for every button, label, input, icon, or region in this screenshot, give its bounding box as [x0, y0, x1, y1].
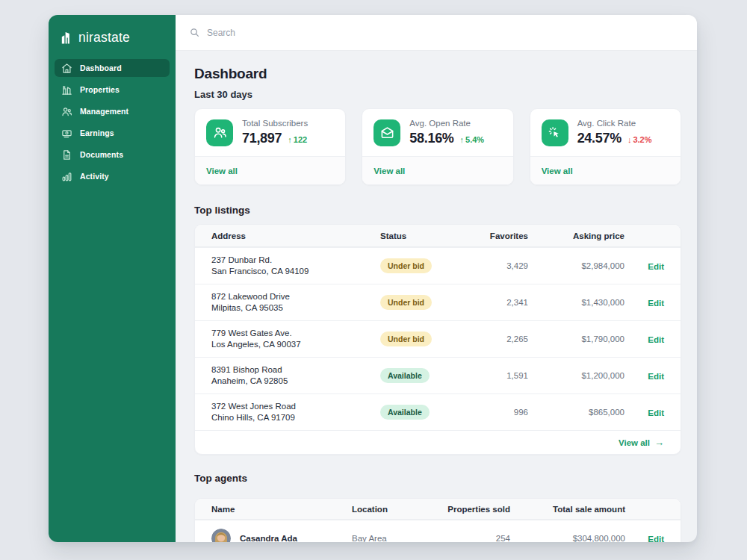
stat-value: 58.16%: [409, 131, 453, 146]
listings-header-row: Address Status Favorites Asking price: [195, 225, 681, 247]
sidebar-item-label: Management: [80, 107, 128, 116]
page-title: Dashboard: [194, 66, 681, 82]
sidebar-item-earnings[interactable]: Earnings: [55, 124, 170, 142]
edit-link[interactable]: Edit: [648, 408, 664, 417]
col-favorites: Favorites: [470, 231, 528, 240]
table-row: 8391 Bishop RoadAnaheim, CA 92805 Availa…: [195, 357, 681, 393]
agent-total-sale: $304,800,000: [510, 534, 625, 543]
col-total-sale-amount: Total sale amount: [510, 505, 625, 514]
building-icon: [61, 84, 72, 96]
stat-card-subscribers: Total Subscribers 71,897 ↑122 View all: [194, 108, 346, 185]
edit-link[interactable]: Edit: [648, 535, 664, 543]
view-all-link[interactable]: View all: [542, 167, 573, 175]
col-location: Location: [352, 505, 434, 514]
view-all-link[interactable]: View all: [374, 167, 405, 175]
col-address: Address: [211, 231, 380, 240]
logo: nirastate: [49, 15, 176, 49]
col-asking-price: Asking price: [528, 231, 624, 240]
stat-delta: ↑5.4%: [460, 135, 485, 144]
stat-label: Avg. Open Rate: [409, 119, 484, 128]
status-badge: Under bid: [380, 295, 432, 310]
edit-link[interactable]: Edit: [648, 262, 664, 271]
stat-label: Total Subscribers: [242, 119, 308, 128]
agents-header-row: Name Location Properties sold Total sale…: [195, 499, 681, 520]
sidebar-item-dashboard[interactable]: Dashboard: [55, 59, 170, 77]
col-status: Status: [380, 231, 470, 240]
stat-label: Avg. Click Rate: [577, 119, 652, 128]
search-input[interactable]: [207, 28, 684, 38]
sidebar-item-activity[interactable]: Activity: [55, 167, 170, 185]
banknote-icon: [61, 128, 72, 139]
buildings-logo-icon: [58, 30, 74, 46]
app-window: nirastate Dashboard Properties Managemen…: [49, 15, 697, 542]
col-properties-sold: Properties sold: [434, 505, 510, 514]
top-agents-table: Name Location Properties sold Total sale…: [194, 498, 681, 542]
sidebar-item-documents[interactable]: Documents: [55, 146, 170, 164]
sidebar-item-label: Dashboard: [80, 63, 122, 72]
sidebar: nirastate Dashboard Properties Managemen…: [49, 15, 176, 542]
table-row: 372 West Jones RoadChino Hills, CA 91709…: [195, 393, 681, 430]
stat-delta: ↑122: [288, 135, 307, 144]
main-panel: Dashboard Last 30 days Total Subscribers…: [176, 15, 697, 542]
arrow-up-icon: ↑: [460, 135, 465, 144]
stat-delta: ↓3.2%: [627, 135, 652, 144]
agent-properties-sold: 254: [434, 534, 510, 543]
col-name: Name: [211, 505, 352, 514]
search-icon: [189, 27, 200, 38]
sidebar-item-label: Earnings: [80, 128, 114, 137]
mail-open-icon: [374, 119, 400, 146]
arrow-right-icon: →: [654, 438, 664, 447]
table-row: Casandra Ada Bay Area 254 $304,800,000 E…: [195, 520, 681, 542]
status-badge: Under bid: [380, 258, 432, 273]
status-badge: Available: [380, 405, 430, 420]
stat-value: 24.57%: [577, 131, 622, 146]
stat-value: 71,897: [242, 131, 282, 146]
topbar: [176, 15, 697, 51]
avatar: [211, 529, 231, 543]
sidebar-item-label: Activity: [80, 172, 109, 181]
edit-link[interactable]: Edit: [648, 372, 664, 381]
edit-link[interactable]: Edit: [648, 335, 664, 344]
sidebar-nav: Dashboard Properties Management Earnings…: [49, 59, 176, 189]
page-subtitle: Last 30 days: [194, 89, 681, 100]
sidebar-item-label: Properties: [80, 85, 120, 94]
content: Dashboard Last 30 days Total Subscribers…: [176, 51, 697, 542]
document-icon: [61, 149, 72, 161]
agent-name: Casandra Ada: [240, 534, 297, 543]
stat-cards-row: Total Subscribers 71,897 ↑122 View all: [194, 108, 681, 185]
listings-footer: View all →: [195, 430, 681, 454]
top-listings-table: Address Status Favorites Asking price 23…: [194, 224, 681, 455]
arrow-down-icon: ↓: [627, 135, 632, 144]
users-icon: [206, 119, 233, 146]
top-agents-title: Top agents: [194, 472, 681, 485]
users-icon: [61, 106, 72, 117]
cursor-click-icon: [542, 119, 568, 146]
sidebar-item-label: Documents: [80, 150, 123, 159]
arrow-up-icon: ↑: [288, 135, 292, 144]
top-listings-title: Top listings: [194, 204, 681, 217]
stat-card-open-rate: Avg. Open Rate 58.16% ↑5.4% View all: [362, 108, 513, 185]
view-all-link[interactable]: View all: [206, 167, 238, 175]
edit-link[interactable]: Edit: [648, 299, 664, 308]
logo-text: nirastate: [78, 30, 130, 46]
view-all-link[interactable]: View all: [619, 438, 650, 447]
table-row: 872 Lakewood DriveMilpitas, CA 95035 Und…: [195, 284, 681, 320]
bar-chart-icon: [61, 171, 72, 182]
status-badge: Available: [380, 368, 430, 383]
table-row: 779 West Gates Ave.Los Angeles, CA 90037…: [195, 320, 681, 357]
stat-card-click-rate: Avg. Click Rate 24.57% ↓3.2% View all: [530, 108, 681, 185]
sidebar-item-properties[interactable]: Properties: [55, 81, 170, 99]
agent-location: Bay Area: [352, 534, 434, 543]
status-badge: Under bid: [380, 332, 432, 346]
sidebar-item-management[interactable]: Management: [55, 102, 170, 120]
home-icon: [61, 63, 72, 74]
table-row: 237 Dunbar Rd.San Francisco, CA 94109 Un…: [195, 247, 681, 284]
